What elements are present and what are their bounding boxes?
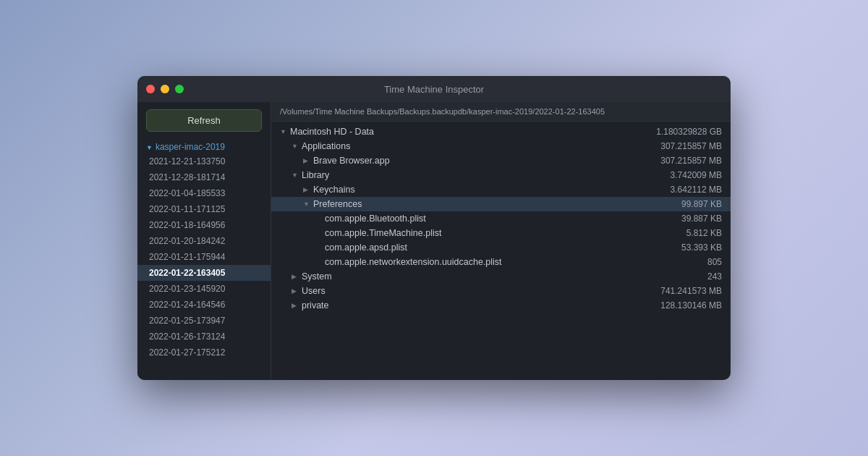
sidebar-item-2[interactable]: 2022-01-04-185533 xyxy=(137,185,271,201)
tree-row-10[interactable]: ▶ System 243 xyxy=(271,269,731,284)
tree-row-1[interactable]: ▼ Applications 307.215857 MB xyxy=(271,139,731,153)
sidebar-item-7[interactable]: 2022-01-22-163405 xyxy=(137,265,271,281)
row-6-label: com.apple.Bluetooth.plist xyxy=(325,214,426,224)
close-button[interactable] xyxy=(146,85,155,93)
row-11-size: 741.241573 MB xyxy=(660,286,722,296)
tree-row-12[interactable]: ▶ private 128.130146 MB xyxy=(271,298,731,313)
row-10-label: System xyxy=(302,271,332,282)
tree-view: ▼ Macintosh HD - Data 1.180329828 GB ▼ A… xyxy=(271,122,731,380)
tree-row-8[interactable]: com.apple.apsd.plist 53.393 KB xyxy=(271,240,731,255)
row-0-label: Macintosh HD - Data xyxy=(290,127,374,137)
row-2-size: 307.215857 MB xyxy=(660,156,722,166)
sidebar-item-8[interactable]: 2022-01-23-145920 xyxy=(137,281,271,297)
row-11-chevron-icon: ▶ xyxy=(292,287,299,295)
row-7-size: 5.812 KB xyxy=(686,228,722,238)
row-10-size: 243 xyxy=(707,271,722,282)
content-area: Refresh kasper-imac-2019 2021-12-21-1337… xyxy=(137,102,731,380)
sidebar-item-3[interactable]: 2022-01-11-171125 xyxy=(137,201,271,217)
path-bar: /Volumes/Time Machine Backups/Backups.ba… xyxy=(271,102,731,122)
sidebar-item-9[interactable]: 2022-01-24-164546 xyxy=(137,297,271,313)
sidebar-group: kasper-imac-2019 xyxy=(137,139,271,153)
tree-row-0[interactable]: ▼ Macintosh HD - Data 1.180329828 GB xyxy=(271,124,731,139)
tree-row-5[interactable]: ▼ Preferences 99.897 KB xyxy=(271,197,731,211)
main-panel: /Volumes/Time Machine Backups/Backups.ba… xyxy=(271,102,731,380)
tree-row-6[interactable]: com.apple.Bluetooth.plist 39.887 KB xyxy=(271,211,731,226)
row-4-size: 3.642112 MB xyxy=(671,185,722,195)
row-0-chevron-icon: ▼ xyxy=(280,128,287,135)
row-12-label: private xyxy=(302,300,329,311)
row-7-label: com.apple.TimeMachine.plist xyxy=(325,228,441,238)
row-11-label: Users xyxy=(302,286,326,296)
row-8-label: com.apple.apsd.plist xyxy=(325,242,407,253)
sidebar-item-1[interactable]: 2021-12-28-181714 xyxy=(137,169,271,185)
row-1-chevron-icon: ▼ xyxy=(292,143,299,150)
sidebar-item-11[interactable]: 2022-01-26-173124 xyxy=(137,329,271,345)
tree-row-11[interactable]: ▶ Users 741.241573 MB xyxy=(271,284,731,298)
sidebar-item-0[interactable]: 2021-12-21-133750 xyxy=(137,153,271,169)
tree-row-3[interactable]: ▼ Library 3.742009 MB xyxy=(271,168,731,182)
row-8-size: 53.393 KB xyxy=(681,242,722,253)
row-10-chevron-icon: ▶ xyxy=(292,273,299,280)
maximize-button[interactable] xyxy=(175,85,184,93)
tree-row-7[interactable]: com.apple.TimeMachine.plist 5.812 KB xyxy=(271,226,731,240)
row-1-size: 307.215857 MB xyxy=(660,141,722,151)
sidebar-group-label: kasper-imac-2019 xyxy=(156,142,225,152)
window-title: Time Machine Inspector xyxy=(384,84,484,95)
row-5-label: Preferences xyxy=(313,199,362,209)
row-1-label: Applications xyxy=(302,141,350,151)
row-4-label: Keychains xyxy=(313,185,355,195)
row-3-label: Library xyxy=(302,170,329,180)
tree-row-2[interactable]: ▶ Brave Browser.app 307.215857 MB xyxy=(271,153,731,168)
row-12-size: 128.130146 MB xyxy=(660,300,722,311)
app-window: Time Machine Inspector Refresh kasper-im… xyxy=(137,76,731,380)
row-2-chevron-icon: ▶ xyxy=(303,157,310,164)
row-3-size: 3.742009 MB xyxy=(671,170,722,180)
sidebar-item-4[interactable]: 2022-01-18-164956 xyxy=(137,217,271,233)
row-0-size: 1.180329828 GB xyxy=(656,127,722,137)
minimize-button[interactable] xyxy=(161,85,169,93)
row-12-chevron-icon: ▶ xyxy=(292,302,299,309)
row-6-size: 39.887 KB xyxy=(681,214,722,224)
row-4-chevron-icon: ▶ xyxy=(303,186,310,193)
titlebar: Time Machine Inspector xyxy=(137,76,731,102)
row-9-size: 805 xyxy=(707,257,722,267)
sidebar-item-6[interactable]: 2022-01-21-175944 xyxy=(137,249,271,265)
traffic-lights xyxy=(146,85,184,93)
tree-row-9[interactable]: com.apple.networkextension.uuidcache.pli… xyxy=(271,255,731,269)
refresh-button[interactable]: Refresh xyxy=(146,109,262,132)
row-2-label: Brave Browser.app xyxy=(313,156,390,166)
sidebar-item-5[interactable]: 2022-01-20-184242 xyxy=(137,233,271,249)
row-5-size: 99.897 KB xyxy=(681,199,722,209)
sidebar-item-10[interactable]: 2022-01-25-173947 xyxy=(137,313,271,329)
sidebar-item-12[interactable]: 2022-01-27-175212 xyxy=(137,345,271,360)
row-3-chevron-icon: ▼ xyxy=(292,172,299,179)
row-5-chevron-icon: ▼ xyxy=(303,200,310,208)
tree-row-4[interactable]: ▶ Keychains 3.642112 MB xyxy=(271,182,731,197)
group-chevron-icon xyxy=(146,142,153,152)
row-9-label: com.apple.networkextension.uuidcache.pli… xyxy=(325,257,502,267)
sidebar: Refresh kasper-imac-2019 2021-12-21-1337… xyxy=(137,102,271,380)
